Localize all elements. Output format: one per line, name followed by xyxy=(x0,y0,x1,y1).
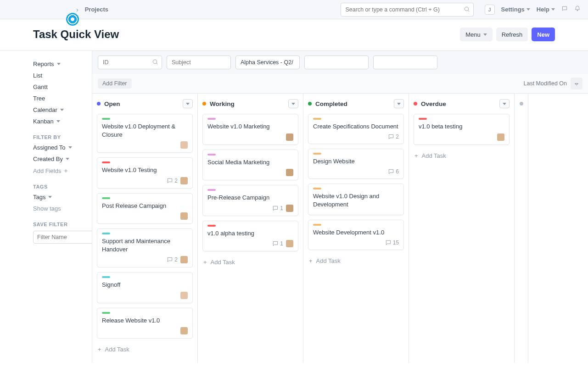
add-task-button[interactable]: +Add Task xyxy=(202,256,298,268)
assignee-avatar[interactable] xyxy=(180,327,188,334)
filter-row: Alpha Services - Q2/ xyxy=(92,51,588,74)
assignee-avatar[interactable] xyxy=(180,256,188,263)
sidebar-view-kanban[interactable]: Kanban xyxy=(33,116,92,127)
filter-subject-input[interactable] xyxy=(167,56,231,69)
card-footer xyxy=(207,166,293,176)
sort-direction-button[interactable] xyxy=(571,78,582,89)
comment-count[interactable]: 1 xyxy=(272,240,283,247)
add-task-button[interactable]: +Add Task xyxy=(414,150,510,162)
caret-down-icon xyxy=(551,8,555,11)
task-card[interactable]: Social Media Marketing xyxy=(202,150,298,181)
sidebar-view-gantt[interactable]: Gantt xyxy=(33,81,92,93)
caret-down-icon xyxy=(60,109,64,111)
column-menu-button[interactable] xyxy=(394,99,404,108)
kanban-board: OpenWebsite v1.0 Deployment & ClosureWeb… xyxy=(92,94,588,363)
task-card[interactable]: Signoff xyxy=(97,272,193,303)
assignee-avatar[interactable] xyxy=(180,141,188,149)
task-card[interactable]: Website v1.0 Marketing xyxy=(202,114,298,145)
task-title: Create Specifications Document xyxy=(313,122,399,131)
help-label: Help xyxy=(537,6,549,13)
assignee-avatar[interactable] xyxy=(180,292,188,299)
task-card[interactable]: Post Release Campaign xyxy=(97,193,193,224)
comment-count[interactable]: 2 xyxy=(167,256,178,263)
filter-assigned-to[interactable]: Assigned To xyxy=(33,142,92,153)
task-card[interactable]: Create Specifications Document2 xyxy=(308,114,404,144)
search-input[interactable] xyxy=(341,3,474,17)
plus-icon: + xyxy=(98,346,101,353)
add-task-label: Add Task xyxy=(211,259,235,266)
sidebar-view-list[interactable]: List xyxy=(33,70,92,81)
assignee-avatar[interactable] xyxy=(180,177,188,184)
kanban-scroll[interactable]: OpenWebsite v1.0 Deployment & ClosureWeb… xyxy=(92,94,588,363)
add-task-button[interactable]: +Add Task xyxy=(97,343,193,356)
search-icon[interactable] xyxy=(152,59,158,67)
task-card[interactable]: Pre-Release Campaign1 xyxy=(202,185,298,216)
app-logo-icon[interactable] xyxy=(66,13,79,26)
task-card[interactable]: Website v1.0 Testing2 xyxy=(97,157,193,189)
save-filter-heading: SAVE FILTER xyxy=(33,214,92,229)
comment-count[interactable]: 2 xyxy=(167,178,178,184)
task-card[interactable]: v1.0 beta testing xyxy=(414,114,510,145)
filter-blank-2[interactable] xyxy=(373,56,437,69)
assignee-avatar[interactable] xyxy=(286,240,293,247)
task-card[interactable]: Support and Maintenance Handover2 xyxy=(97,228,193,267)
sidebar-view-calendar[interactable]: Calendar xyxy=(33,104,92,116)
task-card[interactable]: Website v1.0 Design and Development xyxy=(308,184,404,215)
comment-number: 1 xyxy=(280,240,283,247)
task-title: Website Development v1.0 xyxy=(313,228,399,237)
breadcrumb-projects[interactable]: Projects xyxy=(85,6,108,13)
task-card[interactable]: Website v1.0 Deployment & Closure xyxy=(97,114,193,153)
search-icon[interactable] xyxy=(464,6,470,14)
add-filter-button[interactable]: Add Filter xyxy=(98,78,132,89)
user-avatar[interactable]: J xyxy=(485,5,495,15)
caret-down-icon xyxy=(483,33,487,36)
page-title: Task Quick View xyxy=(33,28,119,41)
sort-label[interactable]: Last Modified On xyxy=(524,80,567,87)
chat-icon[interactable] xyxy=(561,6,568,13)
comment-count[interactable]: 15 xyxy=(385,239,399,246)
column-menu-button[interactable] xyxy=(288,99,298,108)
plus-icon: + xyxy=(414,152,418,159)
new-button[interactable]: New xyxy=(532,28,555,41)
card-footer: 1 xyxy=(207,237,293,247)
menu-button[interactable]: Menu xyxy=(460,28,493,41)
main-area: Alpha Services - Q2/ Add Filter Last Mod… xyxy=(92,51,588,363)
filter-tags[interactable]: Tags xyxy=(33,191,92,203)
filter-label: Created By xyxy=(33,156,63,162)
add-task-button[interactable]: +Add Task xyxy=(308,255,404,267)
task-card[interactable]: v1.0 alpha testing1 xyxy=(202,221,298,252)
assignee-avatar[interactable] xyxy=(286,205,293,212)
filter-blank-1[interactable] xyxy=(304,56,369,69)
comment-count[interactable]: 6 xyxy=(388,168,399,175)
help-menu[interactable]: Help xyxy=(537,6,555,13)
comment-count[interactable]: 2 xyxy=(388,133,399,140)
assignee-avatar[interactable] xyxy=(286,169,293,176)
view-label: Kanban xyxy=(33,118,54,125)
sidebar-view-reports[interactable]: Reports xyxy=(33,58,92,70)
sidebar-view-tree[interactable]: Tree xyxy=(33,93,92,104)
bell-icon[interactable] xyxy=(574,6,581,13)
comment-number: 2 xyxy=(174,178,178,184)
filter-created-by[interactable]: Created By xyxy=(33,153,92,165)
assignee-avatar[interactable] xyxy=(497,133,504,141)
settings-menu[interactable]: Settings xyxy=(501,6,530,13)
view-label: Tree xyxy=(33,95,45,102)
priority-tag-icon xyxy=(207,118,216,120)
show-tags[interactable]: Show tags xyxy=(33,203,92,214)
card-footer xyxy=(102,324,188,334)
kanban-column-completed: CompletedCreate Specifications Document2… xyxy=(303,94,409,363)
assignee-avatar[interactable] xyxy=(180,212,188,220)
add-fields[interactable]: Add Fields+ xyxy=(33,165,92,177)
column-menu-button[interactable] xyxy=(183,99,193,108)
kanban-column-working: WorkingWebsite v1.0 MarketingSocial Medi… xyxy=(198,94,303,363)
column-menu-button[interactable] xyxy=(499,99,510,108)
assignee-avatar[interactable] xyxy=(286,133,293,141)
refresh-button[interactable]: Refresh xyxy=(496,28,528,41)
priority-tag-icon xyxy=(313,188,321,189)
filter-project-select[interactable]: Alpha Services - Q2/ xyxy=(235,56,300,69)
comment-count[interactable]: 1 xyxy=(272,205,283,211)
tags-label: Tags xyxy=(33,194,45,200)
task-card[interactable]: Release Website v1.0 xyxy=(97,308,193,339)
task-card[interactable]: Website Development v1.015 xyxy=(308,220,404,250)
task-card[interactable]: Design Website6 xyxy=(308,149,404,179)
